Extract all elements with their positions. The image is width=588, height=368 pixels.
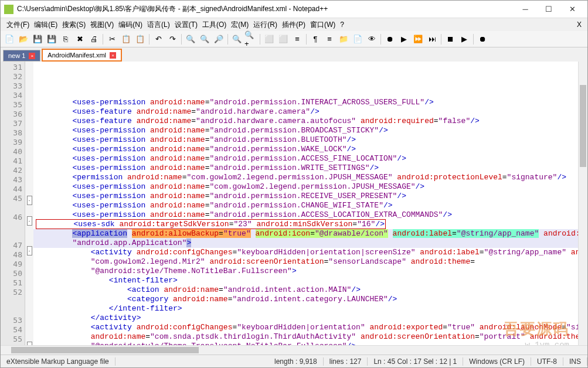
menubar-close[interactable]: X [575,21,584,29]
code-line[interactable]: <uses-permission android:name="android.p… [33,135,578,145]
toolbar-button[interactable]: 🔎 [212,33,225,46]
fold-toggle[interactable]: - [27,196,32,205]
toolbar-button[interactable]: ⎘ [59,33,72,46]
toolbar-button[interactable]: ⏺ [476,33,489,46]
toolbar-button[interactable]: ✖ [73,33,86,46]
toolbar-button[interactable]: 📄 [351,33,364,46]
code-line[interactable]: <uses-permission android:name="android.p… [33,163,578,173]
menu-item[interactable]: 编码(N) [116,20,145,30]
menu-item[interactable]: 插件(P) [280,20,308,30]
toolbar-button[interactable]: 📄 [3,33,16,46]
code-line[interactable]: <uses-feature android:name="android.hard… [33,107,578,117]
code-line[interactable]: </intent-filter> [33,304,578,314]
close-button[interactable]: ✕ [560,1,584,18]
toolbar-button[interactable]: ¶ [309,33,322,46]
tab-close-icon[interactable]: × [110,52,116,59]
menu-item[interactable]: 窗口(W) [308,20,338,30]
menu-item[interactable]: 搜索(S) [60,20,88,30]
menu-item[interactable]: 宏(M) [229,20,251,30]
menu-item[interactable]: ? [338,21,346,29]
menu-item[interactable]: 语言(L) [145,20,172,30]
menu-item[interactable]: 视图(V) [88,20,116,30]
code-line[interactable]: "android.app.Application"> [33,238,578,248]
code-line[interactable]: <activity android:configChanges="keyboar… [33,323,578,332]
code-line[interactable]: android:name="com.snda.ptsdk.thirdlogin.… [33,332,578,342]
toolbar-button[interactable]: ⏩ [412,33,424,46]
menu-item[interactable]: 工具(O) [200,20,229,30]
code-line[interactable]: </activity> [33,314,578,323]
editor-area: 3132333435363738394041424344454647484950… [1,62,587,345]
menu-item[interactable]: 编辑(E) [32,20,60,30]
menu-item[interactable]: 文件(F) [4,20,32,30]
status-bar: eXtensible Markup Language file length :… [1,355,587,367]
toolbar-button[interactable]: ⏹ [444,33,457,46]
toolbar-button[interactable]: 📋 [134,33,147,46]
toolbar-button[interactable]: ✂ [106,33,118,46]
toolbar-button[interactable]: ▶ [458,33,471,46]
menu-item[interactable]: 设置(T) [172,20,200,30]
code-line[interactable]: <permission android:name="com.gowlom2.le… [33,173,578,182]
code-line[interactable]: <uses-permission android:name="com.gowlo… [33,182,578,192]
toolbar-button[interactable]: ▶ [397,33,410,46]
toolbar-button[interactable]: ≡ [323,33,336,46]
line-number-gutter: 3132333435363738394041424344454647484950… [1,62,25,345]
toolbar-button[interactable]: 🔍 [184,33,197,46]
status-encoding: UTF-8 [531,357,563,366]
code-line[interactable]: "@android:style/Theme.NoTitleBar.Fullscr… [33,267,578,276]
editor-tab[interactable]: new 1× [3,50,40,62]
code-line[interactable]: <uses-permission android:name="android.p… [33,126,578,135]
toolbar-button[interactable]: 💾 [45,33,58,46]
vertical-scrollbar[interactable] [578,62,587,345]
toolbar-button[interactable]: 💾 [31,33,44,46]
toolbar-button[interactable]: ⬜ [263,33,276,46]
code-line[interactable]: "com.gowlom2.legend.Mir2" android:screen… [33,257,578,267]
fold-column: ----- [25,62,33,345]
toolbar-button[interactable]: 🖨 [87,33,100,46]
scrollbar-thumb[interactable] [11,347,199,353]
tab-close-icon[interactable]: × [29,53,35,59]
toolbar-button[interactable]: 🔍 [198,33,211,46]
toolbar-button[interactable]: ⬜ [277,33,290,46]
code-line[interactable]: <uses-permission android:name="android.p… [33,154,578,163]
code-line[interactable]: <uses-permission android:name="android.p… [33,145,578,154]
toolbar-button[interactable]: ⏭ [426,33,439,46]
toolbar-button[interactable]: 🔍 [230,33,243,46]
code-view[interactable]: 吾要源码 w 1ym.com <uses-permission android:… [33,62,578,345]
toolbar-button[interactable]: 📁 [337,33,350,46]
status-length: length : 9,918 [268,357,324,366]
title-bar: C:\Users\admin\Desktop\御风1.85\客户端\御风传奇 -… [1,1,587,18]
scrollbar-thumb[interactable] [580,85,586,167]
menu-item[interactable]: 运行(R) [251,20,280,30]
code-line[interactable]: <category android:name="android.intent.c… [33,295,578,304]
app-icon [4,5,13,14]
toolbar-button[interactable]: ≡ [291,33,304,46]
toolbar-button[interactable]: ⏺ [383,33,396,46]
code-line[interactable]: <uses-permission android:name="android.p… [33,201,578,210]
maximize-button[interactable]: ☐ [537,1,560,18]
code-line[interactable]: <action android:name="android.intent.act… [33,285,578,295]
fold-toggle[interactable]: - [27,246,32,255]
toolbar-button[interactable]: ↶ [152,33,165,46]
toolbar-button[interactable]: ↷ [166,33,179,46]
code-line[interactable]: <intent-filter> [33,276,578,285]
code-line[interactable]: <uses-feature android:name="android.hard… [33,117,578,126]
code-line[interactable]: <application android:allowBackup="true" … [33,229,578,238]
status-position: Ln : 45 Col : 17 Sel : 12 | 1 [368,357,463,366]
tab-bar: new 1×AndroidManifest.xml× [1,47,587,62]
code-line[interactable]: <uses-permission android:name="android.p… [33,98,578,107]
toolbar: 📄📂💾💾⎘✖🖨✂📋📋↶↷🔍🔍🔎🔍🔍+⬜⬜≡¶≡📁📄👁⏺▶⏩⏭⏹▶⏺ [1,31,587,47]
toolbar-button[interactable]: 🔍+ [244,33,257,46]
toolbar-button[interactable]: 👁 [365,33,378,46]
minimize-button[interactable]: ─ [514,1,537,18]
editor-tab[interactable]: AndroidManifest.xml× [42,49,122,62]
code-line[interactable]: <uses-permission android:name="android.p… [33,192,578,201]
code-line[interactable]: <uses-permission android:name="android.p… [33,210,578,220]
code-line[interactable]: <uses-sdk android:targetSdkVersion="23" … [33,220,578,229]
fold-toggle[interactable]: - [27,216,32,226]
code-line[interactable]: <activity android:configChanges="keyboar… [33,248,578,257]
status-eol: Windows (CR LF) [463,357,531,366]
status-insert-mode: INS [563,357,587,366]
horizontal-scrollbar[interactable] [1,345,587,355]
toolbar-button[interactable]: 📂 [17,33,30,46]
toolbar-button[interactable]: 📋 [120,33,132,46]
